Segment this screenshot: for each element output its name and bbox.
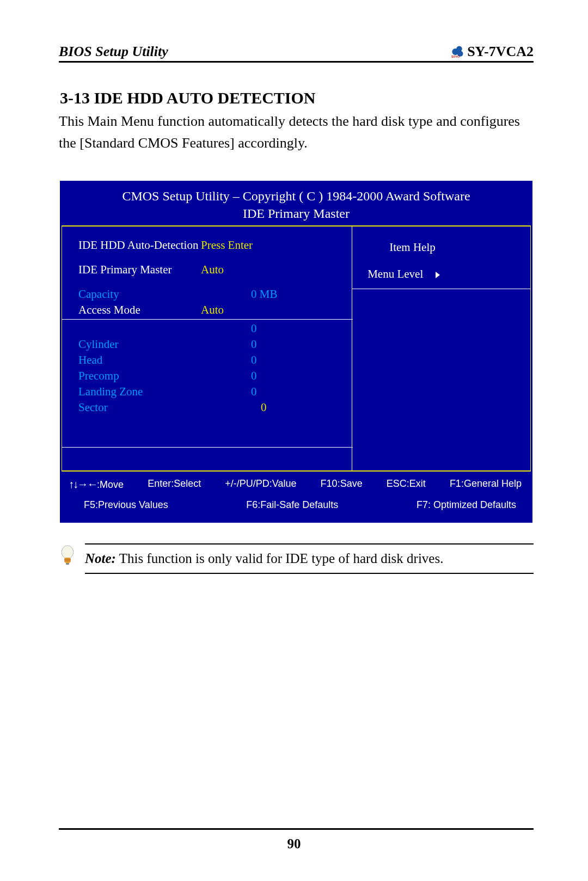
primary-master-label: IDE Primary Master bbox=[78, 263, 201, 277]
page-number: 90 bbox=[0, 836, 588, 852]
menu-level-row: Menu Level bbox=[367, 267, 519, 281]
bios-divider-bottom bbox=[62, 447, 353, 448]
footer-pupd: +/-/PU/PD:Value bbox=[225, 478, 296, 491]
lightbulb-icon bbox=[59, 544, 85, 573]
header-left: BIOS Setup Utility bbox=[59, 44, 168, 60]
precomp-value: 0 bbox=[201, 369, 257, 383]
footer-row-2: F5:Previous Values F6:Fail-Safe Defaults… bbox=[68, 495, 527, 513]
svg-rect-6 bbox=[64, 559, 71, 560]
sector-value: 0 bbox=[201, 401, 267, 414]
section-title: 3-13 IDE HDD AUTO DETECTION bbox=[60, 89, 534, 107]
bios-divider bbox=[62, 319, 353, 320]
footer-f5: F5:Previous Values bbox=[84, 499, 168, 511]
row-precomp: Precomp 0 bbox=[78, 368, 352, 384]
auto-detect-value: Press Enter bbox=[201, 238, 272, 252]
landing-zone-label: Landing Zone bbox=[78, 385, 201, 399]
bios-left-panel: IDE HDD Auto-Detection Press Enter IDE P… bbox=[62, 227, 352, 470]
row-sector: Sector 0 bbox=[78, 400, 352, 415]
capacity-value: 0 MB bbox=[201, 287, 277, 301]
bios-screenshot: CMOS Setup Utility – Copyright ( C ) 198… bbox=[60, 181, 532, 523]
svg-rect-7 bbox=[64, 560, 71, 561]
svg-point-4 bbox=[62, 546, 74, 559]
bios-right-panel: Item Help Menu Level bbox=[352, 227, 530, 470]
row-access-mode: Access Mode Auto bbox=[78, 302, 352, 318]
footer-move: ↑↓→←:Move bbox=[69, 478, 124, 491]
head-label: Head bbox=[78, 353, 201, 367]
footer-f10: F10:Save bbox=[321, 478, 363, 491]
row-blank: 0 bbox=[78, 321, 352, 337]
head-value: 0 bbox=[201, 353, 257, 367]
bios-title: CMOS Setup Utility – Copyright ( C ) 198… bbox=[60, 181, 532, 226]
bios-main-panel: IDE HDD Auto-Detection Press Enter IDE P… bbox=[62, 225, 531, 472]
footer-f6: F6:Fail-Safe Defaults bbox=[246, 499, 338, 511]
item-help-label: Item Help bbox=[389, 241, 519, 254]
bios-title-line1: CMOS Setup Utility – Copyright ( C ) 198… bbox=[122, 189, 470, 203]
footer-f7: F7: Optimized Defaults bbox=[416, 499, 516, 511]
footer-row-1: ↑↓→←:Move Enter:Select +/-/PU/PD:Value F… bbox=[68, 476, 527, 495]
capacity-label: Capacity bbox=[78, 287, 201, 301]
menu-level-label: Menu Level bbox=[367, 267, 423, 280]
footer-f1: F1:General Help bbox=[450, 478, 522, 491]
page-header: BIOS Setup Utility SOYO SY-7VCA2 bbox=[59, 44, 534, 63]
model-number: SY-7VCA2 bbox=[467, 44, 534, 60]
svg-point-1 bbox=[456, 46, 462, 52]
row-landing-zone: Landing Zone 0 bbox=[78, 384, 352, 400]
note-row: Note: This function is only valid for ID… bbox=[59, 543, 534, 574]
row-auto-detect: IDE HDD Auto-Detection Press Enter bbox=[78, 237, 352, 253]
row-cylinder: Cylinder 0 bbox=[78, 337, 352, 352]
arrow-keys-icon: ↑↓→← bbox=[69, 478, 97, 490]
section-body: This Main Menu function automatically de… bbox=[59, 111, 534, 155]
triangle-right-icon bbox=[436, 272, 440, 278]
right-divider bbox=[352, 289, 530, 289]
blank-value: 0 bbox=[201, 322, 257, 335]
footer-enter: Enter:Select bbox=[148, 478, 201, 491]
access-mode-value: Auto bbox=[201, 303, 272, 317]
cylinder-value: 0 bbox=[201, 338, 257, 351]
header-right: SOYO SY-7VCA2 bbox=[450, 44, 534, 60]
svg-text:SOYO: SOYO bbox=[451, 55, 460, 58]
row-capacity: Capacity 0 MB bbox=[78, 286, 352, 302]
note-body: This function is only valid for IDE type… bbox=[116, 551, 444, 566]
soyo-logo-icon: SOYO bbox=[450, 44, 465, 59]
landing-zone-value: 0 bbox=[201, 385, 257, 399]
precomp-label: Precomp bbox=[78, 369, 201, 383]
sector-label: Sector bbox=[78, 401, 201, 414]
note-text: Note: This function is only valid for ID… bbox=[85, 543, 534, 574]
row-head: Head 0 bbox=[78, 352, 352, 368]
bios-footer: ↑↓→←:Move Enter:Select +/-/PU/PD:Value F… bbox=[60, 472, 532, 523]
note-label: Note: bbox=[85, 551, 116, 566]
cylinder-label: Cylinder bbox=[78, 338, 201, 351]
svg-rect-8 bbox=[66, 563, 69, 565]
row-primary-master: IDE Primary Master Auto bbox=[78, 262, 352, 278]
footer-esc: ESC:Exit bbox=[387, 478, 426, 491]
primary-master-value: Auto bbox=[201, 263, 272, 277]
access-mode-label: Access Mode bbox=[78, 303, 201, 317]
bios-title-line2: IDE Primary Master bbox=[243, 206, 350, 221]
footer-rule bbox=[59, 828, 534, 830]
auto-detect-label: IDE HDD Auto-Detection bbox=[78, 238, 201, 252]
